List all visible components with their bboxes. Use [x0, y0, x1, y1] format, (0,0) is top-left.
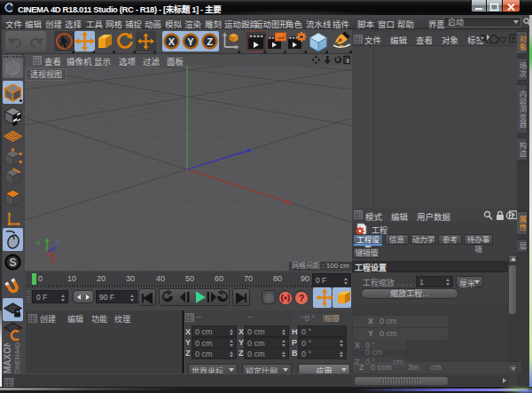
svg-text:X: X — [51, 258, 56, 264]
svg-text:Y: Y — [36, 240, 41, 247]
svg-text:Y: Y — [187, 36, 194, 47]
svg-text:S: S — [9, 256, 16, 269]
svg-text:?: ? — [299, 293, 305, 303]
svg-text:Z: Z — [55, 240, 59, 246]
svg-text:X: X — [168, 36, 176, 47]
svg-text:Z: Z — [207, 36, 213, 47]
